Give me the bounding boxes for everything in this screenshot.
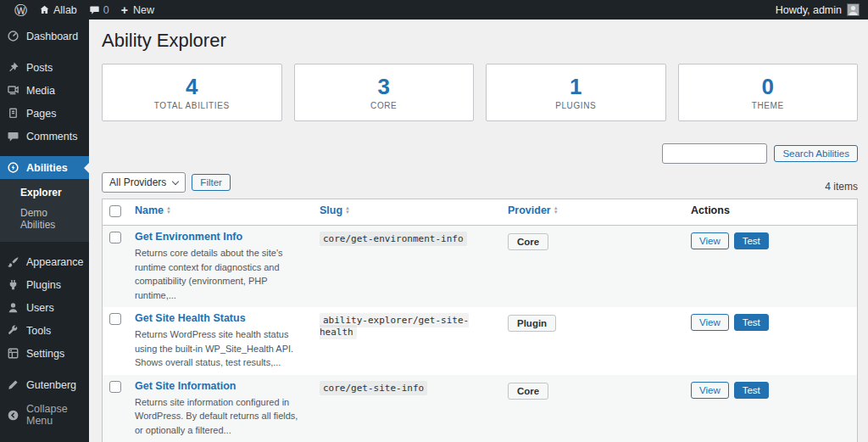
sidebar-item-label: Gutenberg [26, 379, 76, 391]
pin-icon [7, 61, 19, 74]
wordpress-logo-icon[interactable]: Ⓦ [8, 0, 33, 20]
stat-label: Theme [752, 101, 784, 110]
stat-value: 1 [570, 76, 581, 98]
sidebar-item-label: Pages [26, 108, 56, 120]
selected-provider: All Providers [109, 176, 166, 188]
sort-icon [554, 206, 559, 215]
comment-bubble-icon [89, 4, 100, 15]
view-button[interactable]: View [691, 382, 729, 399]
wrench-icon [7, 324, 19, 337]
sidebar-item-users[interactable]: Users [0, 296, 89, 319]
sidebar-item-label: Dashboard [26, 31, 78, 42]
sidebar-item-gutenberg[interactable]: Gutenberg [0, 373, 89, 396]
sidebar-item-tools[interactable]: Tools [0, 319, 89, 342]
sidebar-item-label: Appearance [26, 256, 83, 268]
sidebar-item-media[interactable]: Media [0, 79, 89, 102]
ability-name-link[interactable]: Get Environment Info [135, 231, 242, 243]
sidebar-subitem-explorer[interactable]: Explorer [0, 182, 89, 203]
stat-card-theme: 0 Theme [678, 64, 859, 121]
site-name: Allab [53, 4, 77, 16]
ability-description: Returns core details about the site's ru… [135, 246, 304, 302]
ability-name-link[interactable]: Get Site Health Status [135, 312, 246, 324]
row-checkbox[interactable] [109, 313, 121, 325]
sort-icon [166, 206, 171, 215]
sidebar-item-comments[interactable]: Comments [0, 125, 89, 148]
search-box: Search Abilities [102, 143, 858, 164]
provider-badge: Plugin [508, 315, 556, 332]
stat-card-total-abilities: 4 Total Abilities [102, 64, 282, 121]
abilities-submenu: Explorer Demo Abilities [0, 179, 89, 242]
sidebar-item-dashboard[interactable]: Dashboard [0, 25, 89, 48]
table-row: Get Environment Info Returns core detail… [103, 226, 857, 307]
sort-by-name[interactable]: Name [135, 204, 171, 216]
provider-badge: Core [508, 383, 548, 400]
header-actions: Actions [684, 199, 857, 221]
avatar [847, 3, 860, 16]
abilities-table: Name Slug Provider Actions Get Environme… [102, 199, 858, 442]
comments-count: 0 [103, 4, 109, 16]
ability-description: Returns WordPress site health status usi… [135, 327, 304, 370]
row-checkbox[interactable] [109, 381, 121, 393]
submenu-item-label: Demo Abilities [20, 207, 55, 231]
site-menu[interactable]: Allab [33, 0, 83, 20]
abilities-icon [7, 161, 19, 174]
chevron-down-icon [172, 177, 179, 184]
sidebar-item-abilities[interactable]: Abilities [0, 156, 89, 179]
stat-label: Core [370, 101, 397, 110]
row-checkbox[interactable] [109, 232, 121, 243]
stat-label: Total Abilities [154, 101, 230, 110]
collapse-menu-button[interactable]: Collapse Menu [0, 398, 89, 432]
header-label: Slug [320, 204, 342, 216]
new-label: New [133, 4, 154, 16]
sidebar-item-label: Plugins [26, 279, 61, 291]
header-label: Provider [508, 204, 551, 216]
ability-slug: ability-explorer/get-site-health [320, 313, 469, 339]
sidebar-item-label: Abilities [26, 162, 68, 174]
plugin-icon [7, 278, 19, 291]
admin-sidebar: Dashboard Posts Media Pages Comments Abi… [0, 20, 89, 442]
howdy-text: Howdy, admin [776, 4, 842, 16]
collapse-arrow-icon [7, 409, 19, 422]
sidebar-item-posts[interactable]: Posts [0, 56, 89, 79]
items-count-top: 4 items [825, 181, 858, 193]
dashboard-icon [7, 30, 19, 42]
table-row: Get Site Information Returns site inform… [103, 375, 857, 442]
ability-name-link[interactable]: Get Site Information [135, 380, 236, 392]
sidebar-item-label: Comments [26, 131, 77, 143]
sort-by-provider[interactable]: Provider [508, 204, 559, 216]
sidebar-item-plugins[interactable]: Plugins [0, 273, 89, 296]
new-content-menu[interactable]: + New [115, 0, 160, 20]
ability-slug: core/get-environment-info [320, 232, 467, 246]
sidebar-item-label: Users [26, 302, 54, 314]
plus-icon: + [121, 4, 128, 16]
sort-icon [345, 206, 350, 215]
stat-label: Plugins [555, 101, 596, 110]
sidebar-item-pages[interactable]: Pages [0, 102, 89, 125]
stat-value: 4 [186, 76, 198, 98]
filter-button[interactable]: Filter [192, 174, 231, 191]
page-title: Ability Explorer [102, 28, 858, 59]
test-button[interactable]: Test [734, 382, 769, 399]
sidebar-subitem-demo-abilities[interactable]: Demo Abilities [0, 203, 89, 235]
provider-filter-select[interactable]: All Providers [102, 172, 186, 193]
search-abilities-button[interactable]: Search Abilities [774, 145, 858, 162]
tablenav-top: All Providers Filter 4 items [102, 172, 858, 193]
sidebar-item-label: Collapse Menu [26, 403, 82, 427]
ability-slug: core/get-site-info [320, 381, 427, 395]
test-button[interactable]: Test [734, 232, 769, 249]
account-menu[interactable]: Howdy, admin [776, 3, 860, 16]
comments-shortcut[interactable]: 0 [83, 0, 115, 20]
admin-bar: Ⓦ Allab 0 + New Howdy, admin [0, 0, 868, 20]
test-button[interactable]: Test [734, 314, 769, 331]
sort-by-slug[interactable]: Slug [320, 204, 350, 216]
select-all-checkbox[interactable] [109, 205, 121, 217]
brush-icon [7, 255, 19, 268]
view-button[interactable]: View [691, 314, 729, 331]
sidebar-item-appearance[interactable]: Appearance [0, 250, 89, 273]
stat-value: 3 [378, 76, 390, 98]
sidebar-item-settings[interactable]: Settings [0, 342, 89, 365]
search-input[interactable] [662, 143, 767, 164]
settings-icon [7, 347, 19, 360]
table-header-row: Name Slug Provider Actions [103, 199, 857, 226]
view-button[interactable]: View [691, 232, 729, 249]
